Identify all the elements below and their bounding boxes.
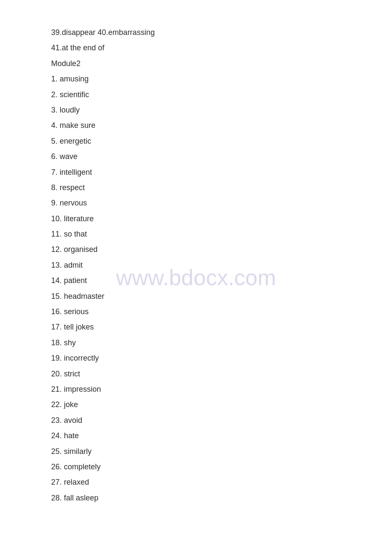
word-list: 1. amusing2. scientific3. loudly4. make … xyxy=(51,72,341,505)
header-line-3: Module2 xyxy=(51,57,341,70)
list-item: 4. make sure xyxy=(51,119,341,132)
list-item: 26. completely xyxy=(51,460,341,474)
list-item: 16. serious xyxy=(51,305,341,318)
list-item: 15. headmaster xyxy=(51,289,341,303)
list-item: 17. tell jokes xyxy=(51,320,341,334)
list-item: 6. wave xyxy=(51,150,341,163)
list-item: 13. admit xyxy=(51,258,341,272)
header-line-2: 41.at the end of xyxy=(51,41,341,55)
list-item: 5. energetic xyxy=(51,134,341,148)
list-item: 20. strict xyxy=(51,367,341,381)
list-item: 24. hate xyxy=(51,429,341,442)
list-item: 2. scientific xyxy=(51,88,341,101)
list-item: 12. organised xyxy=(51,243,341,256)
list-item: 23. avoid xyxy=(51,413,341,427)
list-item: 1. amusing xyxy=(51,72,341,86)
list-item: 25. similarly xyxy=(51,445,341,458)
list-item: 7. intelligent xyxy=(51,165,341,179)
list-item: 27. relaxed xyxy=(51,475,341,489)
list-item: 18. shy xyxy=(51,336,341,350)
list-item: 11. so that xyxy=(51,227,341,241)
list-item: 8. respect xyxy=(51,181,341,194)
list-item: 22. joke xyxy=(51,398,341,411)
list-item: 14. patient xyxy=(51,274,341,287)
list-item: 19. incorrectly xyxy=(51,351,341,365)
list-item: 10. literature xyxy=(51,212,341,225)
header-line-1: 39.disappear 40.embarrassing xyxy=(51,26,341,39)
list-item: 3. loudly xyxy=(51,103,341,117)
list-item: 9. nervous xyxy=(51,196,341,210)
main-content: 39.disappear 40.embarrassing 41.at the e… xyxy=(0,0,392,532)
list-item: 21. impression xyxy=(51,382,341,396)
list-item: 28. fall asleep xyxy=(51,491,341,505)
